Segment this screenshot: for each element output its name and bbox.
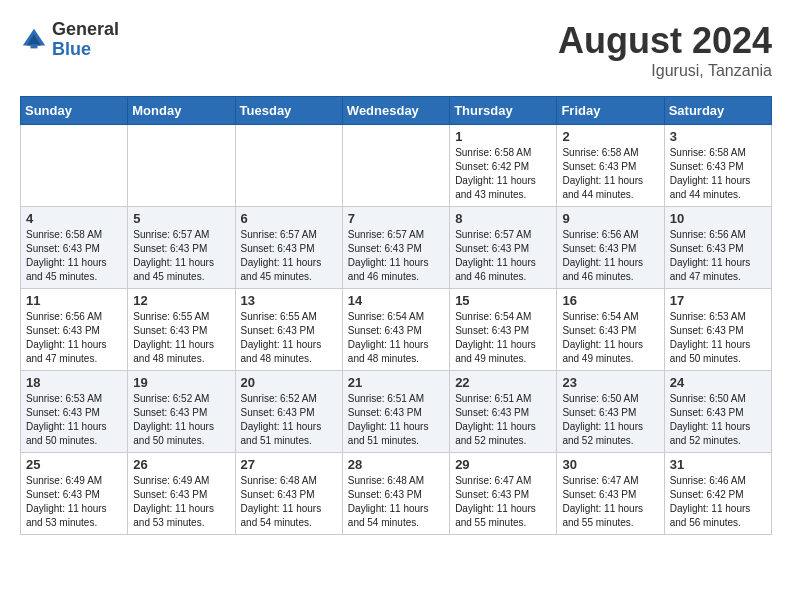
cell-content: Sunrise: 6:51 AM Sunset: 6:43 PM Dayligh… — [348, 392, 444, 448]
calendar-cell: 26Sunrise: 6:49 AM Sunset: 6:43 PM Dayli… — [128, 453, 235, 535]
day-number: 17 — [670, 293, 766, 308]
month-year-title: August 2024 — [558, 20, 772, 62]
day-number: 24 — [670, 375, 766, 390]
cell-content: Sunrise: 6:58 AM Sunset: 6:42 PM Dayligh… — [455, 146, 551, 202]
calendar-cell: 19Sunrise: 6:52 AM Sunset: 6:43 PM Dayli… — [128, 371, 235, 453]
day-number: 23 — [562, 375, 658, 390]
day-number: 4 — [26, 211, 122, 226]
cell-content: Sunrise: 6:58 AM Sunset: 6:43 PM Dayligh… — [670, 146, 766, 202]
day-number: 19 — [133, 375, 229, 390]
day-number: 28 — [348, 457, 444, 472]
cell-content: Sunrise: 6:53 AM Sunset: 6:43 PM Dayligh… — [670, 310, 766, 366]
day-number: 14 — [348, 293, 444, 308]
day-header-saturday: Saturday — [664, 97, 771, 125]
day-header-sunday: Sunday — [21, 97, 128, 125]
cell-content: Sunrise: 6:56 AM Sunset: 6:43 PM Dayligh… — [562, 228, 658, 284]
calendar-cell: 31Sunrise: 6:46 AM Sunset: 6:42 PM Dayli… — [664, 453, 771, 535]
cell-content: Sunrise: 6:52 AM Sunset: 6:43 PM Dayligh… — [133, 392, 229, 448]
cell-content: Sunrise: 6:49 AM Sunset: 6:43 PM Dayligh… — [26, 474, 122, 530]
calendar-cell: 13Sunrise: 6:55 AM Sunset: 6:43 PM Dayli… — [235, 289, 342, 371]
calendar-cell — [21, 125, 128, 207]
day-number: 29 — [455, 457, 551, 472]
cell-content: Sunrise: 6:47 AM Sunset: 6:43 PM Dayligh… — [455, 474, 551, 530]
day-number: 27 — [241, 457, 337, 472]
calendar-cell: 3Sunrise: 6:58 AM Sunset: 6:43 PM Daylig… — [664, 125, 771, 207]
calendar-cell: 8Sunrise: 6:57 AM Sunset: 6:43 PM Daylig… — [450, 207, 557, 289]
calendar-week-2: 4Sunrise: 6:58 AM Sunset: 6:43 PM Daylig… — [21, 207, 772, 289]
day-number: 16 — [562, 293, 658, 308]
day-number: 13 — [241, 293, 337, 308]
day-number: 1 — [455, 129, 551, 144]
day-number: 8 — [455, 211, 551, 226]
svg-rect-2 — [31, 44, 38, 48]
cell-content: Sunrise: 6:57 AM Sunset: 6:43 PM Dayligh… — [133, 228, 229, 284]
cell-content: Sunrise: 6:49 AM Sunset: 6:43 PM Dayligh… — [133, 474, 229, 530]
calendar-cell: 4Sunrise: 6:58 AM Sunset: 6:43 PM Daylig… — [21, 207, 128, 289]
day-header-thursday: Thursday — [450, 97, 557, 125]
cell-content: Sunrise: 6:48 AM Sunset: 6:43 PM Dayligh… — [348, 474, 444, 530]
cell-content: Sunrise: 6:57 AM Sunset: 6:43 PM Dayligh… — [348, 228, 444, 284]
day-number: 7 — [348, 211, 444, 226]
cell-content: Sunrise: 6:58 AM Sunset: 6:43 PM Dayligh… — [26, 228, 122, 284]
day-number: 15 — [455, 293, 551, 308]
calendar-cell: 16Sunrise: 6:54 AM Sunset: 6:43 PM Dayli… — [557, 289, 664, 371]
day-number: 9 — [562, 211, 658, 226]
cell-content: Sunrise: 6:51 AM Sunset: 6:43 PM Dayligh… — [455, 392, 551, 448]
day-number: 18 — [26, 375, 122, 390]
day-number: 30 — [562, 457, 658, 472]
cell-content: Sunrise: 6:54 AM Sunset: 6:43 PM Dayligh… — [562, 310, 658, 366]
cell-content: Sunrise: 6:53 AM Sunset: 6:43 PM Dayligh… — [26, 392, 122, 448]
calendar-cell: 29Sunrise: 6:47 AM Sunset: 6:43 PM Dayli… — [450, 453, 557, 535]
cell-content: Sunrise: 6:48 AM Sunset: 6:43 PM Dayligh… — [241, 474, 337, 530]
cell-content: Sunrise: 6:57 AM Sunset: 6:43 PM Dayligh… — [455, 228, 551, 284]
logo-icon — [20, 26, 48, 54]
calendar-cell: 10Sunrise: 6:56 AM Sunset: 6:43 PM Dayli… — [664, 207, 771, 289]
calendar-cell: 22Sunrise: 6:51 AM Sunset: 6:43 PM Dayli… — [450, 371, 557, 453]
calendar-cell: 12Sunrise: 6:55 AM Sunset: 6:43 PM Dayli… — [128, 289, 235, 371]
calendar-cell: 1Sunrise: 6:58 AM Sunset: 6:42 PM Daylig… — [450, 125, 557, 207]
calendar-cell — [342, 125, 449, 207]
day-number: 6 — [241, 211, 337, 226]
cell-content: Sunrise: 6:54 AM Sunset: 6:43 PM Dayligh… — [348, 310, 444, 366]
calendar-cell: 28Sunrise: 6:48 AM Sunset: 6:43 PM Dayli… — [342, 453, 449, 535]
calendar-cell — [128, 125, 235, 207]
day-header-wednesday: Wednesday — [342, 97, 449, 125]
day-header-friday: Friday — [557, 97, 664, 125]
calendar-cell: 14Sunrise: 6:54 AM Sunset: 6:43 PM Dayli… — [342, 289, 449, 371]
calendar-cell: 25Sunrise: 6:49 AM Sunset: 6:43 PM Dayli… — [21, 453, 128, 535]
calendar-week-1: 1Sunrise: 6:58 AM Sunset: 6:42 PM Daylig… — [21, 125, 772, 207]
day-number: 2 — [562, 129, 658, 144]
day-header-monday: Monday — [128, 97, 235, 125]
calendar-cell: 15Sunrise: 6:54 AM Sunset: 6:43 PM Dayli… — [450, 289, 557, 371]
calendar-week-5: 25Sunrise: 6:49 AM Sunset: 6:43 PM Dayli… — [21, 453, 772, 535]
day-number: 12 — [133, 293, 229, 308]
day-number: 11 — [26, 293, 122, 308]
calendar-cell: 9Sunrise: 6:56 AM Sunset: 6:43 PM Daylig… — [557, 207, 664, 289]
cell-content: Sunrise: 6:52 AM Sunset: 6:43 PM Dayligh… — [241, 392, 337, 448]
cell-content: Sunrise: 6:56 AM Sunset: 6:43 PM Dayligh… — [670, 228, 766, 284]
calendar-cell: 18Sunrise: 6:53 AM Sunset: 6:43 PM Dayli… — [21, 371, 128, 453]
calendar-cell: 6Sunrise: 6:57 AM Sunset: 6:43 PM Daylig… — [235, 207, 342, 289]
title-block: August 2024 Igurusi, Tanzania — [558, 20, 772, 80]
calendar-cell: 20Sunrise: 6:52 AM Sunset: 6:43 PM Dayli… — [235, 371, 342, 453]
calendar-week-4: 18Sunrise: 6:53 AM Sunset: 6:43 PM Dayli… — [21, 371, 772, 453]
day-number: 5 — [133, 211, 229, 226]
cell-content: Sunrise: 6:50 AM Sunset: 6:43 PM Dayligh… — [562, 392, 658, 448]
cell-content: Sunrise: 6:57 AM Sunset: 6:43 PM Dayligh… — [241, 228, 337, 284]
location-subtitle: Igurusi, Tanzania — [558, 62, 772, 80]
calendar-cell: 24Sunrise: 6:50 AM Sunset: 6:43 PM Dayli… — [664, 371, 771, 453]
calendar-cell: 5Sunrise: 6:57 AM Sunset: 6:43 PM Daylig… — [128, 207, 235, 289]
logo-blue-text: Blue — [52, 40, 119, 60]
calendar-cell: 2Sunrise: 6:58 AM Sunset: 6:43 PM Daylig… — [557, 125, 664, 207]
cell-content: Sunrise: 6:55 AM Sunset: 6:43 PM Dayligh… — [133, 310, 229, 366]
calendar-cell: 7Sunrise: 6:57 AM Sunset: 6:43 PM Daylig… — [342, 207, 449, 289]
day-number: 3 — [670, 129, 766, 144]
calendar-week-3: 11Sunrise: 6:56 AM Sunset: 6:43 PM Dayli… — [21, 289, 772, 371]
day-number: 21 — [348, 375, 444, 390]
cell-content: Sunrise: 6:46 AM Sunset: 6:42 PM Dayligh… — [670, 474, 766, 530]
day-number: 31 — [670, 457, 766, 472]
calendar-cell: 21Sunrise: 6:51 AM Sunset: 6:43 PM Dayli… — [342, 371, 449, 453]
day-number: 25 — [26, 457, 122, 472]
calendar-cell: 17Sunrise: 6:53 AM Sunset: 6:43 PM Dayli… — [664, 289, 771, 371]
calendar-cell: 30Sunrise: 6:47 AM Sunset: 6:43 PM Dayli… — [557, 453, 664, 535]
